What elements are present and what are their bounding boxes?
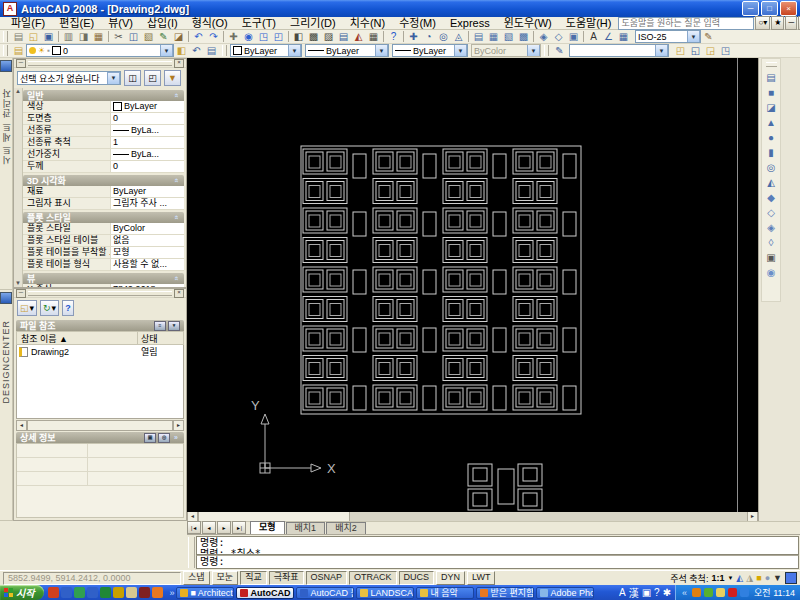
clip-xref-icon[interactable]: ◱ (688, 44, 703, 57)
palette-close-icon[interactable]: × (174, 289, 184, 298)
quicklaunch-excel-icon[interactable] (100, 587, 111, 598)
property-value[interactable]: 사용할 수 없... (111, 259, 184, 270)
undo-icon[interactable]: ↶ (191, 30, 206, 43)
help-search-button[interactable]: ○▾ (755, 16, 770, 30)
menu-item[interactable]: 그리기(D) (283, 17, 343, 29)
xref-horizontal-scrollbar[interactable]: ◄ ► (16, 420, 184, 430)
property-row[interactable]: 플롯 스타일ByColor (23, 223, 184, 235)
paste-icon[interactable]: ▧ (141, 30, 156, 43)
menu-item[interactable]: 삽입(I) (140, 17, 185, 29)
pan-realtime-icon[interactable]: ✚ (406, 30, 421, 43)
combo-arrow-icon[interactable]: ▼ (687, 30, 700, 43)
zoom-previous-icon[interactable]: ◰ (271, 30, 286, 43)
text-style-icon[interactable]: A (586, 30, 601, 43)
column-reference-name[interactable]: 참조 이름 ▲ (17, 332, 138, 345)
tray-messenger-icon[interactable] (692, 588, 701, 597)
orbit-icon[interactable]: ◔ (421, 30, 436, 43)
property-value[interactable]: 그림자 주사 ... (111, 198, 184, 209)
menu-item[interactable]: 윈도우(W) (497, 17, 559, 29)
color-combo[interactable]: ByLayer▼ (230, 44, 302, 57)
combo-arrow-icon[interactable]: ▼ (160, 44, 173, 57)
language-lang-hanja-icon[interactable]: 漢 (629, 585, 639, 600)
properties-section-header[interactable]: 플롯 스타일« (23, 212, 184, 223)
clock[interactable]: 오전 11:14 (752, 586, 795, 599)
torus-icon[interactable]: ◎ (764, 160, 779, 175)
select-objects-button[interactable]: ◰ (144, 70, 161, 86)
cone-icon[interactable]: ▲ (764, 115, 779, 130)
save-icon[interactable]: ▣ (41, 30, 56, 43)
sheet-set-manager-titlebar[interactable]: 시트 세트 관리자 (0, 58, 12, 290)
quicklaunch-show-desktop-icon[interactable] (48, 587, 59, 598)
property-row[interactable]: 선종류ByLa... (23, 125, 184, 137)
taskbar-button[interactable]: AutoCAD ... (236, 587, 294, 599)
close-button[interactable]: × (780, 1, 797, 16)
visual-styles-icon[interactable]: ▦ (486, 30, 501, 43)
xref-help-button[interactable]: ? (62, 300, 74, 316)
tab-prev-button[interactable]: ◄ (202, 521, 216, 534)
3d-move-icon[interactable]: ◈ (536, 30, 551, 43)
menu-item[interactable]: 수정(M) (392, 17, 443, 29)
workspace-settings-icon[interactable]: ✎ (552, 44, 567, 57)
zoom-realtime-icon[interactable]: ◉ (241, 30, 256, 43)
menu-item[interactable]: 치수(N) (343, 17, 393, 29)
property-row[interactable]: 선가중치ByLa... (23, 149, 184, 161)
xref-row[interactable]: Drawing2열림 (17, 345, 183, 358)
scroll-right-icon[interactable]: ► (173, 420, 184, 431)
properties-section-header[interactable]: 뷰« (23, 273, 184, 284)
wedge-icon[interactable]: ◪ (764, 100, 779, 115)
properties-scrollbar[interactable]: ▲ ▼ (14, 88, 23, 287)
publish-icon[interactable]: ▦ (91, 30, 106, 43)
dimension-update-icon[interactable]: ✎ (701, 30, 716, 43)
layer-states-icon[interactable]: ▤ (204, 44, 219, 57)
tab-모형[interactable]: 모형 (250, 521, 285, 534)
menu-item[interactable]: Express (443, 17, 497, 29)
status-toggle-직교[interactable]: 직교 (240, 571, 267, 585)
help-icon[interactable]: ? (386, 30, 401, 43)
preview-view-icon[interactable]: ◎ (158, 433, 170, 443)
loft-icon[interactable]: ◊ (764, 235, 779, 250)
property-row[interactable]: 재료ByLayer (23, 186, 184, 198)
properties-section-header[interactable]: 3D 시각화« (23, 175, 184, 186)
pyramid-icon[interactable]: ◭ (764, 175, 779, 190)
tray-antivirus-icon[interactable] (728, 588, 737, 597)
palette-minimize-icon[interactable]: ─ (16, 59, 26, 68)
walk-icon[interactable]: ◉ (764, 265, 779, 280)
block-editor-icon[interactable]: ◪ (171, 30, 186, 43)
layer-combo[interactable]: ☀ ▪ 0 ▼ (26, 44, 174, 57)
list-view-icon[interactable]: ≡ (154, 321, 166, 331)
refresh-button[interactable]: ↻▾ (40, 300, 59, 316)
3d-array-icon[interactable]: ▣ (566, 30, 581, 43)
dimension-style-icon[interactable]: ∠ (601, 30, 616, 43)
workspace-combo[interactable]: ▼ (569, 44, 669, 57)
property-row[interactable]: 두께0 (23, 161, 184, 173)
front-view-icon[interactable]: ▤ (471, 30, 486, 43)
sphere-icon[interactable]: ● (764, 130, 779, 145)
pickadd-toggle-button[interactable]: ◫ (124, 70, 141, 86)
designcenter-icon[interactable]: ▩ (306, 30, 321, 43)
xref-frame-icon[interactable]: ◲ (703, 44, 718, 57)
dim-style-combo[interactable]: ISO-25▼ (635, 30, 701, 43)
quicklaunch-internet-explorer-icon[interactable] (61, 587, 72, 598)
insert-block-icon[interactable]: ◳ (718, 44, 733, 57)
toolbar-lock-icon[interactable]: ■ (756, 574, 761, 583)
command-window-grip[interactable] (188, 537, 195, 568)
qnew-icon[interactable]: ▤ (11, 30, 26, 43)
selection-combo[interactable]: 선택 요소가 없습니다▼ (17, 71, 121, 85)
status-tray-person-icon[interactable]: ● (765, 574, 770, 583)
tray-network-icon[interactable] (740, 588, 749, 597)
3d-hidden-icon[interactable]: ▧ (501, 30, 516, 43)
zoom-extents-icon[interactable]: ◎ (436, 30, 451, 43)
property-value[interactable]: ByColor (111, 223, 184, 234)
lineweight-combo[interactable]: ByLayer▼ (392, 44, 468, 57)
status-toggle-극좌표[interactable]: 극좌표 (269, 571, 304, 585)
annotation-autoscale-icon[interactable]: ◮ (746, 574, 753, 583)
menu-item[interactable]: 형식(O) (185, 17, 235, 29)
property-row[interactable]: 색상ByLayer (23, 101, 184, 113)
status-menu-arrow-icon[interactable]: ▼ (773, 574, 782, 583)
status-toggle-OTRACK[interactable]: OTRACK (349, 571, 397, 585)
menu-item[interactable]: 파일(F) (4, 17, 52, 29)
restore-button[interactable]: □ (761, 1, 778, 16)
status-toggle-스냅[interactable]: 스냅 (183, 571, 210, 585)
tray-collapse-icon[interactable]: « (680, 588, 689, 598)
status-toggle-DYN[interactable]: DYN (436, 571, 465, 585)
